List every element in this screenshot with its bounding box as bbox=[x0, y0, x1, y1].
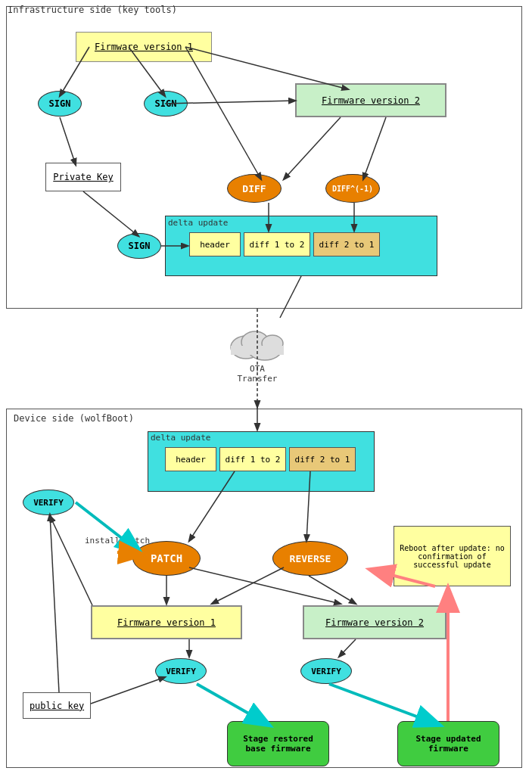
verify-oval-3: VERIFY bbox=[300, 658, 352, 684]
reboot-box: Reboot after update: no confirmation of … bbox=[394, 526, 511, 586]
fw1-box-device: Firmware version 1 bbox=[91, 605, 242, 639]
header-box-device: header bbox=[165, 447, 216, 471]
pubkey-box: public key bbox=[23, 692, 91, 719]
delta-device-title: delta update bbox=[151, 433, 210, 443]
fw1-box-infra: Firmware version 1 bbox=[76, 32, 212, 62]
fw2-box-device: Firmware version 2 bbox=[303, 605, 446, 639]
header-box-infra: header bbox=[189, 232, 241, 256]
cloud-text: OTATransfer bbox=[238, 364, 278, 384]
delta-infra-title: delta update bbox=[168, 218, 228, 228]
cloud-icon bbox=[223, 321, 291, 362]
cloud-area: OTATransfer bbox=[197, 318, 318, 386]
privkey-box: Private Key bbox=[45, 163, 121, 191]
fw2-box-infra: Firmware version 2 bbox=[295, 83, 446, 117]
verify-oval-1: VERIFY bbox=[23, 490, 74, 515]
diffinv-oval: DIFF^(-1) bbox=[325, 174, 380, 203]
diff12-box-infra: diff 1 to 2 bbox=[244, 232, 310, 256]
svg-rect-4 bbox=[231, 346, 284, 355]
stage-restored-box: Stage restored base firmware bbox=[227, 721, 329, 766]
verify-oval-2: VERIFY bbox=[155, 658, 207, 684]
reverse-oval: REVERSE bbox=[272, 541, 348, 576]
device-title: Device side (wolfBoot) bbox=[14, 413, 134, 424]
sign-oval-1: SIGN bbox=[38, 91, 82, 117]
diff21-box-device: diff 2 to 1 bbox=[289, 447, 356, 471]
sign-oval-3: SIGN bbox=[117, 233, 161, 259]
install-patch-label: install patch bbox=[85, 536, 150, 546]
diff21-box-infra: diff 2 to 1 bbox=[313, 232, 380, 256]
infra-title: Infrastructure side (key tools) bbox=[8, 5, 177, 15]
diff-oval: DIFF bbox=[227, 174, 282, 203]
stage-updated-box: Stage updated firmware bbox=[397, 721, 499, 766]
sign-oval-2: SIGN bbox=[144, 91, 188, 117]
diff12-box-device: diff 1 to 2 bbox=[219, 447, 286, 471]
patch-oval: PATCH bbox=[132, 541, 201, 576]
